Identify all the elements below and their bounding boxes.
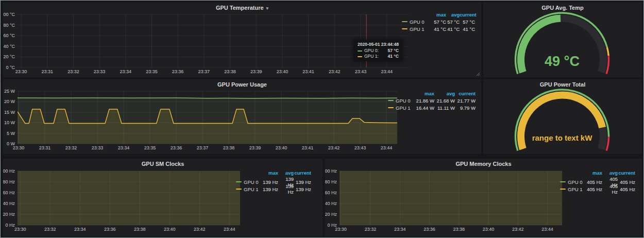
x-axis-tick-label: 23:42: [329, 69, 341, 74]
series-color-dash: [560, 181, 566, 182]
panel-title-text: GPU Avg. Temp: [541, 5, 584, 11]
legend-value: 405 Hz: [618, 179, 635, 185]
legend-header-current[interactable]: current: [618, 170, 635, 176]
legend-value: 405 Hz: [602, 183, 618, 195]
panel-gpu-memory-clocks: GPU Memory Clocks 100 Hz80 Hz60 Hz40 Hz2…: [325, 159, 642, 236]
x-axis-tick-label: 23:40: [277, 69, 289, 74]
x-axis-tick-label: 23:30: [15, 69, 27, 74]
legend-header-avg[interactable]: avg: [434, 91, 455, 96]
legend-series-gpu1[interactable]: GPU 1: [402, 26, 428, 32]
x-axis-tick-label: 23:44: [224, 227, 235, 232]
x-axis-tick-label: 23:38: [224, 69, 236, 74]
y-axis-tick-label: 25 W: [4, 89, 15, 94]
series-color-dash: [388, 107, 394, 108]
legend-header-current[interactable]: current: [460, 12, 475, 18]
legend-header-max[interactable]: max: [412, 91, 434, 96]
x-axis-tick-label: 23:32: [365, 227, 377, 232]
x-axis-tick-label: 23:38: [453, 227, 465, 232]
panel-title-gpu-power-usage[interactable]: GPU Power Usage: [3, 81, 481, 88]
legend-row: GPU 0139 Hz139 Hz139 Hz: [236, 176, 311, 183]
legend-series-gpu1[interactable]: GPU 1: [560, 186, 584, 192]
y-axis-tick-label: 40 Hz: [325, 201, 337, 206]
legend-row: GPU 141 °C41 °C41 °C: [402, 25, 475, 32]
x-axis-tick-label: 23:42: [328, 145, 340, 150]
legend-row: maxavgcurrent: [388, 90, 476, 97]
panel-resize-handle[interactable]: [476, 72, 480, 76]
panel-title-text: GPU Memory Clocks: [455, 161, 511, 167]
gauge-value: range to text kW: [532, 133, 593, 142]
panel-title-text: GPU SM Clocks: [142, 161, 184, 167]
x-axis-tick-label: 23:33: [94, 69, 106, 74]
legend-value: 405 Hz: [618, 186, 635, 192]
panel-gpu-sm-clocks: GPU SM Clocks 100 Hz80 Hz60 Hz40 Hz20 Hz…: [3, 159, 323, 236]
gauge-threshold-ring: [607, 47, 608, 56]
legend-value: 41 °C: [446, 26, 460, 32]
legend-header-current[interactable]: current: [294, 170, 311, 176]
panel-title-text: GPU Temperature: [216, 5, 264, 11]
series-color-dash: [560, 189, 566, 190]
panel-title-gpu-memory-clocks[interactable]: GPU Memory Clocks: [325, 161, 642, 167]
series-color-dash: [358, 50, 362, 52]
legend-series-gpu0[interactable]: GPU 0: [236, 179, 260, 185]
legend-series-gpu0[interactable]: GPU 0: [402, 19, 428, 25]
legend-header-current[interactable]: current: [455, 91, 476, 96]
panel-gpu-power-total: GPU Power Total range to text kW: [483, 79, 642, 154]
panel-gpu-temperature: GPU Temperature▾ 100 °C80 °C60 °C40 °C20…: [3, 3, 481, 77]
y-axis-tick-label: 10 W: [4, 120, 15, 125]
legend-series-gpu1[interactable]: GPU 1: [236, 186, 260, 192]
x-axis-tick-label: 23:37: [198, 69, 210, 74]
y-axis-tick-label: 100 Hz: [3, 168, 15, 174]
panel-title-gpu-avg-temp[interactable]: GPU Avg. Temp: [483, 5, 642, 11]
panel-title-gpu-power-total[interactable]: GPU Power Total: [483, 81, 642, 88]
legend-row: maxavgcurrent: [560, 169, 635, 176]
tooltip-series-name: GPU 0:: [364, 48, 379, 54]
legend-row: maxavgcurrent: [236, 169, 311, 176]
x-axis-tick-label: 23:36: [104, 227, 116, 232]
legend-series-gpu1[interactable]: GPU 1: [388, 105, 412, 111]
legend-value: 139 Hz: [260, 186, 278, 192]
x-axis-tick-label: 23:34: [74, 227, 86, 232]
y-axis-tick-label: 20 °C: [3, 54, 15, 59]
series-color-dash: [402, 21, 408, 22]
x-axis-tick-label: 23:38: [134, 227, 146, 232]
tooltip-row-gpu1: GPU 1: 41 °C: [358, 54, 399, 59]
legend-header-max[interactable]: max: [584, 170, 602, 176]
x-axis-tick-label: 23:32: [65, 145, 77, 150]
x-axis-tick-label: 23:31: [41, 69, 53, 74]
tooltip-timestamp: 2020-05-01 23:44:48: [358, 42, 399, 47]
panel-title-text: GPU Power Total: [540, 81, 585, 88]
legend-header-max[interactable]: max: [260, 170, 278, 176]
legend-value: 139 Hz: [260, 179, 278, 185]
legend-value: 57 °C: [428, 19, 446, 25]
x-axis-tick-label: 23:39: [249, 145, 261, 150]
series-line-gpu0: [18, 98, 397, 98]
legend-value: 57 °C: [446, 19, 460, 25]
x-axis-tick-label: 23:42: [512, 227, 524, 232]
x-axis-tick-label: 23:32: [44, 227, 56, 232]
y-axis-tick-label: 40 °C: [3, 44, 15, 49]
panel-gpu-avg-temp: GPU Avg. Temp 49 °C: [483, 3, 642, 77]
series-color-dash: [236, 181, 242, 182]
legend-header-avg[interactable]: avg: [446, 12, 460, 18]
legend-header-avg[interactable]: avg: [602, 170, 618, 176]
legend-series-gpu0[interactable]: GPU 0: [388, 98, 412, 104]
x-axis-tick-label: 23:30: [13, 145, 25, 150]
panel-title-gpu-sm-clocks[interactable]: GPU SM Clocks: [3, 161, 323, 167]
x-axis-tick-label: 23:30: [335, 227, 347, 232]
legend-value: 21.68 W: [434, 98, 455, 104]
tooltip-row-gpu0: GPU 0: 57 °C: [358, 48, 399, 54]
y-axis-tick-label: 40 Hz: [3, 201, 15, 206]
y-axis-tick-label: 5 W: [7, 131, 15, 136]
legend-row: GPU 057 °C57 °C57 °C: [402, 18, 475, 25]
legend-value: 21.77 W: [455, 98, 476, 104]
panel-title-gpu-temperature[interactable]: GPU Temperature▾: [3, 5, 481, 11]
chevron-down-icon: ▾: [266, 6, 269, 11]
y-axis-tick-label: 80 Hz: [325, 179, 337, 184]
legend-value: 11.11 W: [434, 105, 455, 111]
y-axis-tick-label: 20 Hz: [325, 212, 337, 217]
legend-row: GPU 021.86 W21.68 W21.77 W: [388, 97, 476, 104]
legend-value: 139 Hz: [294, 179, 311, 185]
legend-header-avg[interactable]: avg: [278, 170, 294, 176]
legend-header-max[interactable]: max: [428, 12, 446, 18]
legend-series-gpu0[interactable]: GPU 0: [560, 179, 584, 185]
